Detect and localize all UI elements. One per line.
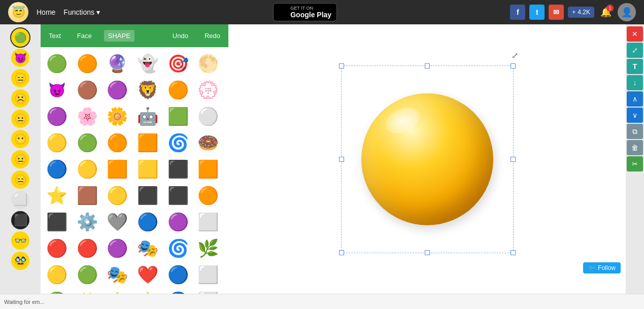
shape-item[interactable]: 🟧 [105, 157, 129, 181]
face-item[interactable]: 😐 [11, 150, 29, 168]
shape-item[interactable]: 🟡 [45, 262, 69, 287]
shape-item[interactable]: 🟡 [45, 130, 69, 155]
face-item[interactable]: 😈 [11, 49, 29, 67]
shape-item[interactable]: 🟣 [105, 78, 129, 102]
face-button[interactable]: Face [73, 30, 96, 42]
shape-item[interactable]: 🔵 [166, 262, 190, 287]
shape-item[interactable]: 🟠 [105, 130, 129, 155]
copy-button[interactable]: ⧉ [627, 124, 643, 139]
download-tool-button[interactable]: ↓ [627, 75, 643, 90]
shape-item[interactable]: 🩶 [105, 210, 129, 234]
face-item[interactable]: 🟢 [11, 28, 29, 47]
shape-item[interactable]: 🎯 [166, 51, 190, 76]
shape-item[interactable]: ⚙️ [75, 210, 99, 234]
canvas-area[interactable]: ⤢ 🐦 Follow [228, 24, 626, 294]
shape-item[interactable]: 🌿 [196, 236, 220, 260]
handle-tl[interactable] [339, 63, 344, 68]
shape-item[interactable]: 🟧 [196, 157, 220, 181]
shape-item[interactable]: ⚪ [196, 104, 220, 128]
shape-item[interactable]: 🌀 [166, 236, 190, 260]
shape-item[interactable]: 🤖 [135, 104, 160, 128]
shape-item[interactable]: 🟨 [135, 157, 160, 181]
facebook-button[interactable]: f [510, 5, 525, 20]
shape-item[interactable]: ✨ [75, 289, 99, 294]
delete-button[interactable]: 🗑 [627, 140, 643, 155]
shape-item[interactable]: ⭐ [105, 289, 129, 294]
shape-item[interactable]: 🌕 [196, 51, 220, 76]
shape-item[interactable]: 🎭 [105, 262, 129, 287]
close-tool-button[interactable]: ✕ [627, 26, 643, 42]
shape-item[interactable]: 🟩 [166, 104, 190, 128]
shape-item[interactable]: 🟣 [45, 104, 69, 128]
shape-item[interactable]: 🟤 [75, 78, 99, 102]
shape-item[interactable]: 👻 [135, 51, 160, 76]
shape-item[interactable]: 🟢 [75, 130, 99, 155]
shape-item[interactable]: 🟫 [75, 183, 99, 208]
text-button[interactable]: Text [45, 30, 65, 42]
nav-home[interactable]: Home [37, 8, 55, 16]
handle-br[interactable] [511, 250, 516, 255]
shape-item[interactable]: 🔵 [45, 157, 69, 181]
shape-item[interactable]: 🌼 [105, 104, 129, 128]
face-item[interactable]: 😶 [11, 130, 29, 148]
shape-item[interactable]: 🎭 [135, 236, 160, 260]
face-item[interactable]: 🥸 [11, 252, 29, 270]
shape-item[interactable]: 🟢 [45, 51, 69, 76]
shape-item[interactable]: 🟧 [135, 130, 160, 155]
face-item[interactable]: 😐 [11, 110, 29, 128]
shape-item[interactable]: ⬛ [135, 183, 160, 208]
google-play-button[interactable]: ▶ GET IT ON Google Play [273, 3, 337, 21]
shape-item[interactable]: 💮 [196, 78, 220, 102]
shape-item[interactable]: 🔮 [105, 51, 129, 76]
face-item[interactable]: ⬛ [11, 211, 29, 229]
shape-item[interactable]: 🌟 [135, 289, 160, 294]
shape-item[interactable]: 🟠 [166, 78, 190, 102]
twitter-button[interactable]: t [529, 5, 545, 20]
shape-item[interactable]: ⭐ [45, 183, 69, 208]
nav-functions[interactable]: Functions ▾ [63, 8, 100, 16]
handle-ml[interactable] [339, 157, 344, 162]
shape-item[interactable]: ⬛ [166, 183, 190, 208]
shape-item[interactable]: ⬛ [166, 157, 190, 181]
shape-item[interactable]: 🔵 [166, 289, 190, 294]
resize-tool-button[interactable]: ⤢ [627, 43, 643, 58]
shape-item[interactable]: 🟣 [166, 210, 190, 234]
shape-item[interactable]: 🍩 [196, 130, 220, 155]
shape-item[interactable]: 🔴 [45, 236, 69, 260]
notification-button[interactable]: 🔔 1 [598, 5, 614, 20]
shape-item[interactable]: 🔴 [75, 236, 99, 260]
handle-mr[interactable] [511, 157, 516, 162]
move-down-button[interactable]: ∨ [627, 108, 643, 123]
shape-item[interactable]: 🟠 [196, 183, 220, 208]
shape-item[interactable]: 😈 [45, 78, 69, 102]
text-tool-button[interactable]: T [627, 59, 643, 74]
face-item[interactable]: 😑 [11, 69, 29, 87]
emoji-ball[interactable] [361, 93, 493, 225]
handle-tr[interactable] [511, 63, 516, 68]
shape-item[interactable]: 🟣 [105, 236, 129, 260]
shape-item[interactable]: 🌸 [75, 104, 99, 128]
undo-button[interactable]: Undo [168, 30, 192, 42]
cut-button[interactable]: ✂ [627, 156, 643, 171]
shape-item[interactable]: ⬜ [196, 262, 220, 287]
shape-button[interactable]: SHAPE [104, 30, 134, 42]
shape-item[interactable]: 🔵 [135, 210, 160, 234]
avatar-button[interactable]: 👤 [618, 3, 636, 21]
mail-button[interactable]: ✉ [549, 5, 564, 20]
face-item[interactable]: 👓 [11, 231, 29, 250]
shape-item[interactable]: ⬛ [45, 210, 69, 234]
handle-bm[interactable] [425, 250, 430, 255]
shape-item[interactable]: 🟢 [75, 262, 99, 287]
face-item[interactable]: ☹️ [11, 89, 29, 108]
shape-item[interactable]: ⬜ [196, 289, 220, 294]
shape-item[interactable]: 🌀 [166, 130, 190, 155]
face-item[interactable]: 😑 [11, 170, 29, 189]
shape-item[interactable]: 🟢 [45, 289, 69, 294]
shape-item[interactable]: ❤️ [135, 262, 160, 287]
shape-item[interactable]: ⬜ [196, 210, 220, 234]
redo-button[interactable]: Redo [200, 30, 224, 42]
shape-item[interactable]: 🦁 [135, 78, 160, 102]
shape-item[interactable]: 🟡 [105, 183, 129, 208]
handle-tm[interactable] [425, 63, 430, 68]
face-item[interactable]: ⬜ [11, 191, 29, 209]
